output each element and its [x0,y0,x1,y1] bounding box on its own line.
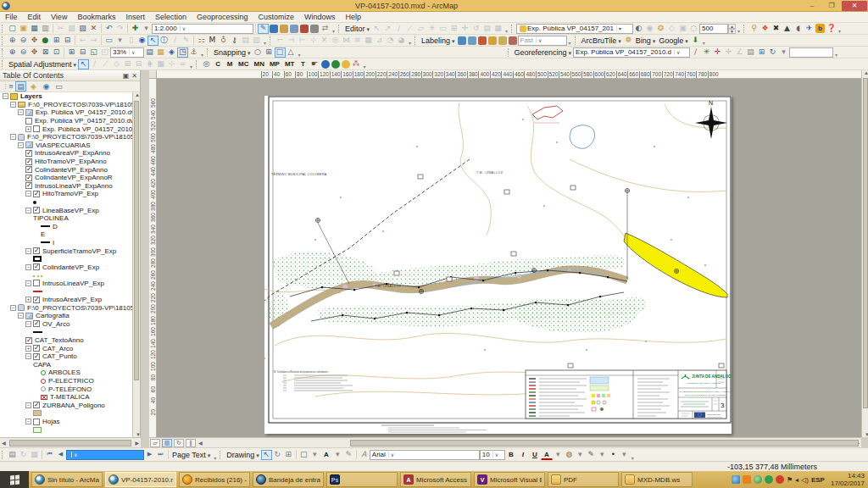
taskbar-app-sin-t-tulo-arcmap[interactable]: Sin título - ArcMap [31,472,103,487]
toggle-draft-icon[interactable] [144,47,155,58]
italic-button[interactable]: I [517,450,529,460]
snap-end-icon[interactable] [264,47,275,58]
expand-icon[interactable]: − [25,208,31,214]
next-page-icon[interactable] [144,450,155,460]
snap-point-icon[interactable] [253,47,264,58]
toc-item-intrusoareavp-exp[interactable]: +IntrusoAreaVP_Exp [0,296,133,304]
layout-zoom-whole-icon[interactable] [40,47,51,58]
toc-item-ov-arco[interactable]: −OV_Arco [0,320,133,329]
custom-zoom-icon[interactable] [201,59,212,69]
select-elements-tool-icon[interactable] [261,450,272,460]
custom-tool-6-icon[interactable] [804,24,815,34]
custom-letter-button-mt[interactable]: MT [282,59,298,69]
spatial-adjustment-menu[interactable]: Spatial Adjustment [8,60,76,69]
layout-view[interactable]: N TÉRMINO MUNICIPAL COLOMERA T.M. IZNALL… [157,79,861,437]
toc-item-zurbana-poligono[interactable]: −ZURBANA_Poligono [0,402,133,410]
zoom-to-selected-icon[interactable] [283,450,294,460]
toc-item-symbol[interactable] [0,328,133,336]
rotation-value-input[interactable] [789,47,833,58]
menu-file[interactable]: File [0,13,23,21]
snapping-menu[interactable]: Snapping [214,48,251,57]
fixed-zoom-out-icon[interactable] [62,36,73,46]
toc-item-f-0-proyectos-7039-vp-181050[interactable]: −F:\0_PROYECTOS\7039-VP\18105001\VP-041 [0,133,133,141]
custom-tool-3-icon[interactable] [771,24,782,34]
toc-item-cat-punto[interactable]: −CAT_Punto [0,352,133,361]
expand-icon[interactable]: − [25,402,31,408]
toc-item-p-electrico[interactable]: P-ELECTRICO [0,377,133,385]
layer-visibility-checkbox[interactable] [25,166,32,173]
toc-item-p-tel-fono[interactable]: P-TELÉFONO [0,385,133,393]
toc-close-icon[interactable]: ✕ [131,72,137,80]
toc-item-t-metalica[interactable]: T-METALICA [0,393,133,402]
expand-icon[interactable]: − [25,264,31,270]
download-icon[interactable] [690,36,701,46]
layout-view-button[interactable]: ▥ [162,439,172,447]
font-color-button[interactable]: A [541,450,553,460]
taskbar-app-vp-04157-2010-m[interactable]: VP-04157-2010.m... [105,472,176,487]
toolbar-grip[interactable] [415,36,417,45]
catalog-window-icon[interactable] [280,25,288,33]
toc-item-intrusolineavp-expanno[interactable]: IntrusoLineaVP_ExpAnno [0,182,133,191]
custom-letter-button-t[interactable]: T [298,59,309,69]
toolbox-icon[interactable] [300,25,309,33]
toc-item-hitotramovp-exp[interactable]: −HitoTramoVP_Exp [0,190,133,198]
help-icon[interactable] [826,24,837,34]
zoom-in-icon[interactable] [7,36,18,46]
rotate-icon[interactable] [767,47,778,58]
toc-item-intrusoareavp-expanno[interactable]: IntrusoAreaVP_ExpAnno [0,149,133,158]
edit-tool-icon[interactable] [258,24,269,34]
expand-icon[interactable]: − [10,134,16,140]
toc-item-cartografia[interactable]: −Cartografia [0,312,133,320]
tray-volume-icon[interactable]: ◁) [801,476,809,484]
taskbar-app-microsoft-visual-b[interactable]: VMicrosoft Visual B... [474,472,545,487]
start-button[interactable] [0,471,29,488]
layout-fixed-out-icon[interactable] [77,47,88,58]
text-tool-button[interactable]: A [320,450,332,460]
layer-visibility-checkbox[interactable] [25,118,32,125]
autoregister-icon[interactable] [701,47,712,58]
custom-letter-button-m[interactable]: M [224,59,236,69]
taskbar-app-pdf[interactable]: PDF [548,472,619,487]
layout-pan-icon[interactable] [29,47,40,58]
layer-visibility-checkbox[interactable] [25,175,32,181]
toc-list-by-source-icon[interactable] [15,81,26,92]
copy-icon[interactable] [66,24,77,34]
add-data-dropdown[interactable] [141,24,152,34]
font-size-combo[interactable]: 10∨ [480,450,505,460]
toc-item-capa[interactable]: CAPA [0,361,133,369]
taskbar-app-microsoft-access[interactable]: AMicrosoft Access ... [400,472,471,487]
bing-menu[interactable]: Bing [636,36,655,45]
link-table-icon[interactable] [745,47,756,58]
expand-icon[interactable]: + [25,126,31,132]
layer-visibility-checkbox[interactable] [33,280,40,286]
close-button[interactable]: ✕ [842,1,867,11]
shape-tool-icon[interactable] [298,450,309,460]
swipe-icon[interactable] [688,24,699,34]
layer-visibility-checkbox[interactable] [25,150,32,157]
toc-item-i[interactable]: I [0,239,133,247]
find-icon[interactable] [207,36,218,46]
spinner-arrows[interactable]: ▴▾ [728,24,736,34]
layout-zoom-width-icon[interactable] [51,47,62,58]
expand-icon[interactable]: + [25,297,31,302]
custom-tool-4-icon[interactable] [782,24,793,34]
language-indicator[interactable]: ESP [811,476,825,484]
toc-item-hitotramovp-expanno[interactable]: HitoTramoVP_ExpAnno [0,158,133,166]
label-tool-5-icon[interactable] [498,36,507,45]
toc-item-hojas[interactable]: −Hojas [0,418,133,426]
layer-visibility-checkbox[interactable] [25,337,32,344]
menu-bookmarks[interactable]: Bookmarks [72,13,120,21]
label-tool-3-icon[interactable] [478,36,487,45]
layer-visibility-checkbox[interactable] [33,247,40,254]
model-builder-icon[interactable] [320,24,331,34]
expand-icon[interactable]: − [18,142,24,148]
menu-selection[interactable]: Selection [150,13,192,21]
toc-item-symbol[interactable] [0,255,133,263]
custom-letter-button-mn[interactable]: MN [251,59,266,69]
toolbar-grip[interactable] [270,36,272,45]
current-page-combo[interactable]: ∨ [66,450,144,460]
editor-menu[interactable]: Editor [345,25,370,33]
toc-item-colindantevp-expannor[interactable]: ColindanteVP_ExpAnnoR [0,174,133,182]
toc-item-f-0-proyectos-7039-vp-181050[interactable]: −F:\0_PROYECTOS\7039-VP\18105001\VP-041 [0,303,133,312]
layout-zoom-out-icon[interactable] [18,47,29,58]
